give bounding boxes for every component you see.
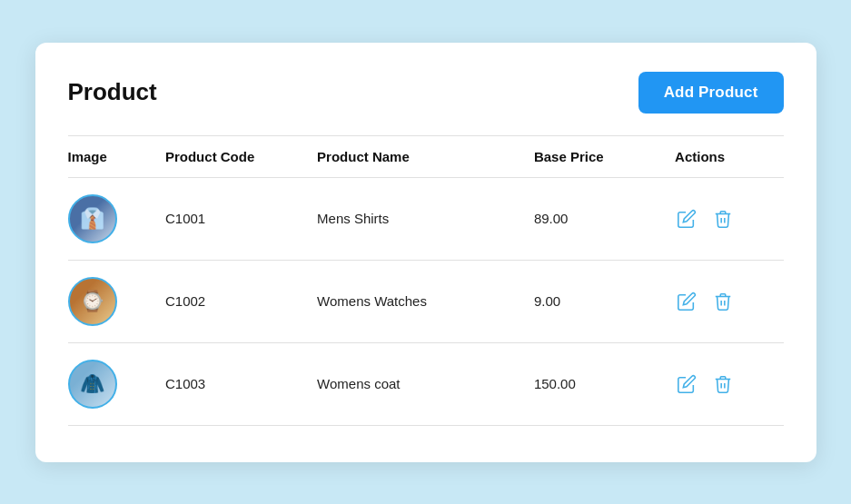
product-price-cell-2: 150.00 [534,342,675,425]
product-code-cell-2: C1003 [165,342,317,425]
table-row: 🧥C1003Womens coat150.00 [68,342,784,425]
product-code-cell-1: C1002 [165,260,317,342]
delete-icon [713,374,733,394]
product-name-cell-0: Mens Shirts [317,177,534,260]
col-header-price: Base Price [534,135,675,177]
delete-icon [713,292,733,311]
product-actions-cell-1 [675,260,783,342]
actions-group [675,290,776,313]
product-image-cell-0: 👔 [68,177,165,260]
col-header-actions: Actions [675,135,783,177]
product-image-cell-2: 🧥 [68,342,165,425]
product-name-cell-2: Womens coat [317,342,534,425]
table-header: Image Product Code Product Name Base Pri… [68,135,784,177]
edit-icon [677,292,697,311]
delete-button[interactable] [711,207,735,231]
add-product-button[interactable]: Add Product [638,72,784,114]
col-header-code: Product Code [165,135,317,177]
product-table: Image Product Code Product Name Base Pri… [68,135,784,426]
product-avatar: 🧥 [68,360,117,409]
edit-button[interactable] [675,290,698,313]
product-price-cell-0: 89.00 [534,177,675,260]
col-header-name: Product Name [317,135,534,177]
product-code-cell-0: C1001 [165,177,317,260]
product-avatar: 👔 [68,194,117,243]
edit-icon [677,209,697,229]
actions-group [675,207,776,231]
col-header-image: Image [68,135,165,177]
delete-button[interactable] [711,372,735,396]
product-price-cell-1: 9.00 [534,260,675,342]
product-actions-cell-0 [675,177,783,260]
edit-button[interactable] [675,207,698,231]
product-image-cell-1: ⌚ [68,260,165,342]
page-title: Product [68,78,157,106]
actions-group [675,372,776,396]
product-actions-cell-2 [675,342,783,425]
product-name-cell-1: Womens Watches [317,260,534,342]
product-card: Product Add Product Image Product Code P… [35,43,816,462]
table-body: 👔C1001Mens Shirts89.00 [68,177,784,425]
card-header: Product Add Product [68,72,784,114]
edit-button[interactable] [675,372,698,396]
table-row: ⌚C1002Womens Watches9.00 [68,260,784,342]
product-avatar: ⌚ [68,277,117,326]
delete-icon [713,209,733,229]
table-row: 👔C1001Mens Shirts89.00 [68,177,784,260]
delete-button[interactable] [711,290,735,313]
edit-icon [677,374,697,394]
